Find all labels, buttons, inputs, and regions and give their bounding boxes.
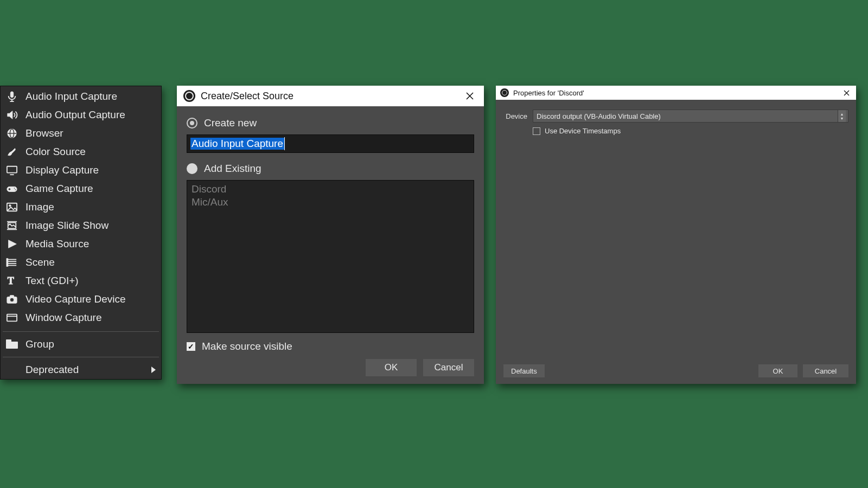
menu-item-label: Group xyxy=(25,338,54,350)
menu-item-scene[interactable]: Scene xyxy=(1,253,161,272)
dialog-titlebar[interactable]: Properties for 'Discord' xyxy=(496,86,856,100)
text-icon: T xyxy=(5,274,19,287)
obs-app-icon xyxy=(500,88,509,97)
radio-icon xyxy=(187,163,197,174)
menu-item-group[interactable]: Group xyxy=(1,335,161,354)
brush-icon xyxy=(5,145,19,158)
mic-icon xyxy=(5,90,19,103)
svg-rect-23 xyxy=(10,296,14,298)
menu-item-label: Color Source xyxy=(25,146,86,158)
cancel-button[interactable]: Cancel xyxy=(803,364,848,377)
menu-item-label: Game Capture xyxy=(25,183,93,195)
radio-label: Create new xyxy=(204,117,257,129)
slideshow-icon xyxy=(5,219,19,232)
device-label: Device xyxy=(503,112,527,120)
close-button[interactable] xyxy=(840,90,853,96)
menu-item-label: Video Capture Device xyxy=(25,293,125,305)
menu-item-label: Browser xyxy=(25,127,63,139)
radio-add-existing[interactable]: Add Existing xyxy=(187,160,474,180)
svg-text:T: T xyxy=(8,275,14,286)
cancel-button[interactable]: Cancel xyxy=(423,359,474,376)
menu-item-label: Media Source xyxy=(25,238,89,250)
svg-point-9 xyxy=(14,188,15,189)
menu-item-display-capture[interactable]: Display Capture xyxy=(1,161,161,179)
menu-item-deprecated[interactable]: Deprecated xyxy=(1,361,161,379)
menu-item-video-capture-device[interactable]: Video Capture Device xyxy=(1,290,161,309)
menu-item-label: Audio Output Capture xyxy=(25,109,125,121)
ok-button[interactable]: OK xyxy=(758,364,797,377)
source-name-value: Audio Input Capture xyxy=(190,138,284,150)
camera-icon xyxy=(5,293,19,306)
existing-source-item[interactable]: Discord xyxy=(192,183,469,196)
dialog-titlebar[interactable]: Create/Select Source xyxy=(177,86,484,106)
make-visible-checkbox[interactable]: ✓ Make source visible xyxy=(187,333,474,358)
menu-item-image[interactable]: Image xyxy=(1,198,161,216)
radio-label: Add Existing xyxy=(204,163,261,175)
defaults-button[interactable]: Defaults xyxy=(503,364,545,377)
properties-dialog: Properties for 'Discord' Device Discord … xyxy=(496,86,856,384)
svg-rect-27 xyxy=(6,342,18,349)
radio-icon xyxy=(187,118,197,129)
menu-item-label: Audio Input Capture xyxy=(25,91,117,102)
menu-item-audio-input-capture[interactable]: Audio Input Capture xyxy=(1,87,161,106)
svg-rect-28 xyxy=(6,339,11,342)
use-timestamps-label: Use Device Timestamps xyxy=(545,127,621,135)
dropdown-caret-icon: ▲▼ xyxy=(838,110,846,122)
svg-point-24 xyxy=(10,298,14,301)
gamepad-icon xyxy=(5,182,19,195)
menu-item-label: Text (GDI+) xyxy=(25,275,79,287)
svg-rect-6 xyxy=(7,166,17,173)
source-name-input[interactable]: Audio Input Capture xyxy=(187,134,474,153)
window-icon xyxy=(5,311,19,324)
menu-item-color-source[interactable]: Color Source xyxy=(1,143,161,161)
menu-item-label: Image Slide Show xyxy=(25,220,108,232)
speaker-icon xyxy=(5,108,19,121)
menu-item-label: Display Capture xyxy=(25,164,99,176)
checkbox-icon: ✓ xyxy=(187,342,195,351)
ok-button[interactable]: OK xyxy=(366,359,417,376)
blank-icon xyxy=(5,363,19,376)
menu-item-audio-output-capture[interactable]: Audio Output Capture xyxy=(1,106,161,124)
menu-item-window-capture[interactable]: Window Capture xyxy=(1,309,161,327)
svg-point-14 xyxy=(9,204,11,207)
monitor-icon xyxy=(5,164,19,177)
svg-point-10 xyxy=(15,189,16,190)
checkbox-label: Make source visible xyxy=(202,341,292,352)
svg-rect-20 xyxy=(7,259,8,267)
close-button[interactable] xyxy=(460,91,480,101)
chevron-right-icon xyxy=(151,367,156,373)
svg-rect-25 xyxy=(7,314,17,322)
device-dropdown-value: Discord output (VB-Audio Virtual Cable) xyxy=(537,112,661,120)
device-dropdown[interactable]: Discord output (VB-Audio Virtual Cable) … xyxy=(533,110,848,123)
menu-item-label: Image xyxy=(25,201,54,213)
scene-icon xyxy=(5,256,19,269)
obs-app-icon xyxy=(183,90,195,102)
globe-icon xyxy=(5,127,19,140)
menu-item-label: Deprecated xyxy=(25,364,79,376)
existing-source-item[interactable]: Mic/Aux xyxy=(192,196,469,209)
svg-rect-0 xyxy=(10,92,13,98)
menu-item-label: Scene xyxy=(25,256,55,268)
menu-separator xyxy=(3,331,159,332)
menu-separator xyxy=(3,357,159,357)
menu-item-browser[interactable]: Browser xyxy=(1,124,161,143)
menu-item-image-slide-show[interactable]: Image Slide Show xyxy=(1,216,161,235)
add-source-context-menu[interactable]: Audio Input CaptureAudio Output CaptureB… xyxy=(0,86,162,380)
play-icon xyxy=(5,237,19,251)
dialog-title: Properties for 'Discord' xyxy=(513,89,584,97)
existing-sources-list[interactable]: DiscordMic/Aux xyxy=(187,180,474,333)
dialog-title: Create/Select Source xyxy=(201,91,293,102)
folder-icon xyxy=(5,338,19,351)
menu-item-label: Window Capture xyxy=(25,312,101,324)
radio-create-new[interactable]: Create new xyxy=(187,115,474,134)
image-icon xyxy=(5,201,19,214)
menu-item-text-gdi[interactable]: TText (GDI+) xyxy=(1,272,161,290)
use-timestamps-checkbox[interactable] xyxy=(533,127,540,135)
menu-item-game-capture[interactable]: Game Capture xyxy=(1,179,161,198)
menu-item-media-source[interactable]: Media Source xyxy=(1,235,161,253)
create-select-source-dialog: Create/Select Source Create new Audio In… xyxy=(177,86,484,384)
